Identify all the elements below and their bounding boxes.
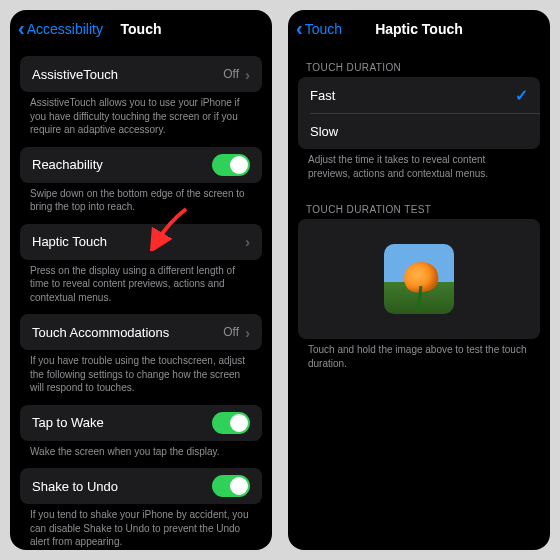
cell-footer: Wake the screen when you tap the display… (20, 441, 262, 469)
back-button[interactable]: ‹ Touch (296, 20, 342, 38)
navbar: ‹ Accessibility Touch (10, 10, 272, 48)
cell-footer: If you have trouble using the touchscree… (20, 350, 262, 405)
tap-to-wake-row[interactable]: Tap to Wake (20, 405, 262, 441)
cell-label: AssistiveTouch (32, 67, 223, 82)
tap-to-wake-toggle[interactable] (212, 412, 250, 434)
checkmark-icon: ✓ (515, 86, 528, 105)
cell-footer: Adjust the time it takes to reveal conte… (298, 149, 540, 190)
cell-footer: Press on the display using a different l… (20, 260, 262, 315)
cell-footer: AssistiveTouch allows you to use your iP… (20, 92, 262, 147)
cell-label: Haptic Touch (32, 234, 245, 249)
back-button[interactable]: ‹ Accessibility (18, 20, 103, 38)
cell-detail: Off (223, 67, 239, 81)
haptic-touch-screen: ‹ Touch Haptic Touch TOUCH DURATION Fast… (288, 10, 550, 550)
chevron-left-icon: ‹ (18, 18, 25, 38)
content-scroll[interactable]: TOUCH DURATION Fast ✓ Slow Adjust the ti… (288, 48, 550, 550)
section-header: TOUCH DURATION (298, 48, 540, 77)
cell-footer: Swipe down on the bottom edge of the scr… (20, 183, 262, 224)
touch-test-area (298, 219, 540, 339)
cell-detail: Off (223, 325, 239, 339)
cell-label: Reachability (32, 157, 212, 172)
back-label: Accessibility (27, 21, 103, 37)
assistivetouch-row[interactable]: AssistiveTouch Off › (20, 56, 262, 92)
test-image[interactable] (384, 244, 454, 314)
chevron-right-icon: › (245, 66, 250, 83)
chevron-right-icon: › (245, 324, 250, 341)
back-label: Touch (305, 21, 342, 37)
cell-footer: If you tend to shake your iPhone by acci… (20, 504, 262, 550)
duration-slow-row[interactable]: Slow (298, 113, 540, 149)
shake-to-undo-toggle[interactable] (212, 475, 250, 497)
cell-label: Slow (310, 124, 528, 139)
chevron-right-icon: › (245, 233, 250, 250)
haptic-touch-row[interactable]: Haptic Touch › (20, 224, 262, 260)
touch-settings-screen: ‹ Accessibility Touch AssistiveTouch Off… (10, 10, 272, 550)
cell-footer: Touch and hold the image above to test t… (298, 339, 540, 380)
duration-fast-row[interactable]: Fast ✓ (298, 77, 540, 113)
content-scroll[interactable]: AssistiveTouch Off › AssistiveTouch allo… (10, 48, 272, 550)
reachability-row[interactable]: Reachability (20, 147, 262, 183)
navbar: ‹ Touch Haptic Touch (288, 10, 550, 48)
touch-accommodations-row[interactable]: Touch Accommodations Off › (20, 314, 262, 350)
cell-label: Fast (310, 88, 515, 103)
chevron-left-icon: ‹ (296, 18, 303, 38)
cell-label: Touch Accommodations (32, 325, 223, 340)
shake-to-undo-row[interactable]: Shake to Undo (20, 468, 262, 504)
section-header: TOUCH DURATION TEST (298, 190, 540, 219)
cell-label: Shake to Undo (32, 479, 212, 494)
reachability-toggle[interactable] (212, 154, 250, 176)
cell-label: Tap to Wake (32, 415, 212, 430)
